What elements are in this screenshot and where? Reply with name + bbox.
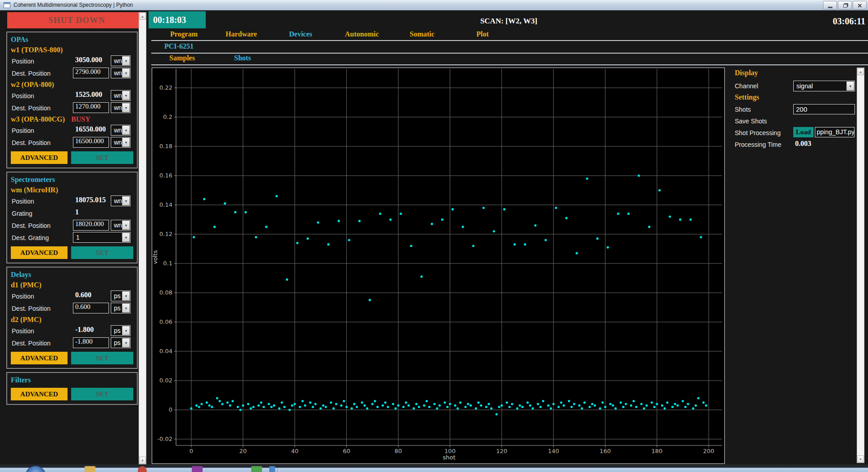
units-select[interactable]: ps▼ (111, 337, 131, 348)
dest-position-input[interactable]: 18020.000 (73, 220, 109, 231)
dest-position-input[interactable]: -1.800 (73, 337, 109, 348)
tab-autonomic[interactable]: Autonomic (345, 30, 379, 38)
chevron-down-icon[interactable]: ▼ (122, 221, 130, 230)
chevron-down-icon[interactable]: ▼ (122, 91, 130, 100)
shot-processing-file[interactable]: pping_BJT.py (815, 127, 854, 137)
data-point (534, 224, 537, 227)
units-select[interactable]: wn▼ (111, 90, 131, 101)
chevron-down-icon[interactable]: ▼ (122, 126, 130, 135)
data-point (371, 403, 374, 405)
chevron-down-icon[interactable]: ▼ (122, 304, 130, 313)
chevron-down-icon[interactable]: ▼ (122, 338, 130, 347)
chevron-down-icon[interactable]: ▼ (846, 82, 854, 91)
chevron-down-icon[interactable]: ▼ (122, 103, 130, 112)
data-point (291, 404, 293, 407)
shut-down-button[interactable]: SHUT DOWN (7, 12, 146, 28)
minimize-button[interactable] (823, 1, 837, 9)
data-point (679, 218, 681, 221)
tab-samples[interactable]: Samples (169, 54, 195, 62)
chevron-down-icon[interactable]: ▼ (122, 233, 130, 242)
section-title: Filters (11, 375, 133, 385)
chevron-down-icon[interactable]: ▼ (122, 326, 130, 335)
taskbar-grip[interactable] (277, 468, 279, 472)
tab-hardware[interactable]: Hardware (226, 30, 257, 38)
chevron-down-icon[interactable]: ▼ (122, 196, 130, 205)
data-point (532, 407, 534, 409)
data-point (361, 401, 363, 404)
hardware-panel-scrollbar[interactable]: ▲ ▼ (139, 12, 146, 464)
chevron-down-icon[interactable]: ▼ (122, 291, 130, 300)
data-point (483, 207, 485, 209)
motor-name-text: d1 (PMC) (11, 281, 41, 289)
purple-app-icon[interactable] (192, 466, 203, 472)
advanced-button[interactable]: ADVANCED (11, 246, 68, 259)
advanced-button[interactable]: ADVANCED (11, 388, 68, 400)
chevron-down-icon[interactable]: ▼ (122, 68, 130, 77)
data-point (519, 404, 521, 407)
advanced-button[interactable]: ADVANCED (11, 151, 68, 164)
start-orb-icon[interactable] (25, 466, 46, 472)
set-button[interactable]: SET (71, 151, 133, 164)
units-select[interactable]: ps▼ (111, 290, 131, 301)
shots-input[interactable]: 200 (793, 104, 855, 114)
units-select-value: wn (114, 127, 122, 134)
motor-name-text: d2 (PMC) (11, 316, 41, 323)
data-point (384, 401, 386, 404)
load-button[interactable]: Load (793, 127, 814, 137)
settings-panel-scrollbar[interactable]: ▲ ▼ (857, 68, 864, 463)
set-button[interactable]: SET (71, 246, 133, 259)
dest-position-input[interactable]: 0.600 (73, 303, 109, 313)
channel-select[interactable]: signal ▼ (793, 81, 855, 91)
green-app-icon[interactable] (251, 466, 262, 472)
dest-position-input[interactable]: 16500.000 (73, 137, 109, 148)
tab-pci-6251[interactable]: PCI-6251 (164, 42, 194, 50)
tab-plot[interactable]: Plot (476, 30, 489, 38)
data-point (320, 407, 322, 409)
units-select[interactable]: wn▼ (111, 220, 131, 231)
scroll-down-icon[interactable]: ▼ (857, 455, 864, 463)
data-point (627, 213, 629, 215)
dest-position-input[interactable]: 2790.000 (73, 68, 109, 78)
shots-scatter-plot[interactable]: 020406080100120140160180200-0.0200.020.0… (152, 68, 725, 464)
chevron-down-icon[interactable]: ▼ (122, 138, 130, 147)
plot-canvas[interactable]: 020406080100120140160180200-0.0200.020.0… (152, 68, 724, 463)
data-point (260, 401, 262, 404)
units-select[interactable]: wn▼ (111, 55, 131, 66)
tab-devices[interactable]: Devices (289, 30, 312, 38)
dest-position-input[interactable]: 1270.000 (73, 102, 109, 113)
units-select[interactable]: wn▼ (111, 68, 131, 78)
data-point (459, 401, 461, 404)
motor-name: d2 (PMC) (11, 314, 133, 325)
data-point (413, 407, 415, 409)
data-point (289, 408, 291, 411)
restore-button[interactable] (838, 1, 852, 9)
y-tick-label: -0.02 (157, 436, 172, 442)
chevron-down-icon[interactable]: ▼ (122, 56, 130, 65)
tab-somatic[interactable]: Somatic (410, 30, 434, 38)
scroll-up-icon[interactable]: ▲ (139, 13, 146, 20)
set-button[interactable]: SET (71, 388, 133, 400)
units-select[interactable]: wn▼ (111, 195, 131, 206)
data-point (563, 404, 565, 407)
tab-program[interactable]: Program (170, 30, 198, 38)
units-select[interactable]: wn▼ (111, 137, 131, 148)
data-point (591, 403, 593, 405)
scroll-up-icon[interactable]: ▲ (857, 68, 864, 75)
scroll-down-icon[interactable]: ▼ (139, 457, 146, 464)
hardware-row: Dest. Position-1.800ps▼ (11, 337, 133, 349)
red-app-icon[interactable] (138, 466, 147, 472)
advanced-button[interactable]: ADVANCED (11, 352, 68, 364)
data-point (226, 401, 229, 404)
dest-grating-select[interactable]: 1▼ (73, 232, 131, 243)
units-select[interactable]: wn▼ (111, 125, 131, 136)
units-select[interactable]: ps▼ (111, 303, 131, 313)
tab-shots[interactable]: Shots (234, 54, 251, 62)
folder-icon[interactable] (85, 466, 95, 472)
close-button[interactable]: × (853, 1, 867, 9)
blue-app-icon[interactable] (269, 466, 275, 472)
units-select[interactable]: wn▼ (111, 102, 131, 113)
data-point (299, 406, 301, 408)
units-select[interactable]: ps▼ (111, 325, 131, 336)
data-point (601, 401, 604, 404)
set-button[interactable]: SET (71, 352, 133, 364)
